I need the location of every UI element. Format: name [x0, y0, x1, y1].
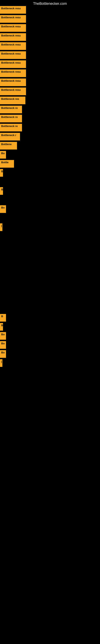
bottleneck-item-12: Bottleneck re — [0, 115, 22, 122]
bottleneck-item-14: Bottleneck r — [0, 133, 20, 140]
bottleneck-item-13: Bottleneck re — [0, 124, 22, 132]
bottleneck-item-16: Bo — [0, 151, 6, 158]
bottleneck-item-6: Bottleneck resu — [0, 60, 26, 68]
bottleneck-item-8: Bottleneck resu — [0, 78, 26, 86]
bottleneck-item-9: Bottleneck resu — [0, 88, 26, 95]
bottleneck-item-15: Bottlene — [0, 142, 17, 150]
bottleneck-item-17: Bottle — [0, 160, 14, 168]
bottleneck-item-3: Bottleneck resu — [0, 33, 26, 41]
bottleneck-item-5: Bottleneck resu — [0, 51, 26, 59]
bottleneck-item-11: Bottleneck re — [0, 106, 22, 113]
bottleneck-item-27: | — [0, 359, 2, 367]
bottleneck-item-7: Bottleneck resu — [0, 70, 26, 77]
bottleneck-item-4: Bottleneck resu — [0, 42, 26, 50]
bottleneck-item-23: B — [0, 323, 3, 331]
bottleneck-item-20: Bo — [0, 205, 6, 213]
bottleneck-item-2: Bottleneck resu — [0, 24, 26, 32]
bottleneck-item-1: Bottleneck resu — [0, 15, 26, 23]
bottleneck-item-18: B — [0, 169, 3, 177]
bottleneck-item-22: B — [0, 314, 6, 322]
bottleneck-item-0: Bottleneck resu — [0, 6, 26, 14]
bottleneck-item-19: B — [0, 187, 3, 195]
bottleneck-item-21: | — [0, 224, 2, 231]
bottleneck-item-24: Bo — [0, 332, 6, 340]
bottleneck-item-25: Bo — [0, 341, 6, 349]
bottleneck-item-10: Bottleneck res — [0, 96, 25, 104]
bottleneck-item-26: Bo — [0, 350, 6, 358]
